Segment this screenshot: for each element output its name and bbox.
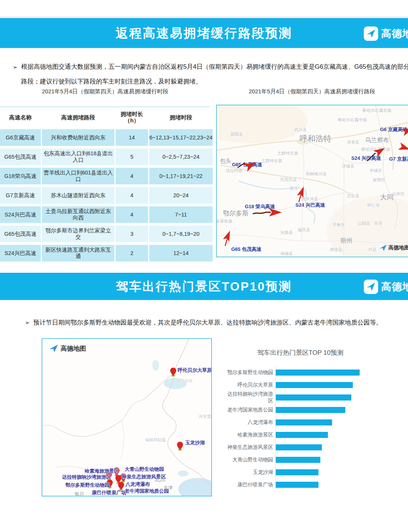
- chart-category-label: 康巴什喷泉广场: [227, 481, 273, 488]
- map-city-label: 银川: [75, 491, 84, 496]
- amap-brand-text: 高德地图: [381, 280, 408, 294]
- top10-bar-chart: 驾车出行热门景区TOP 10预测 鄂尔多斯野生动物园 呼伦贝尔大草原 达拉特旗响…: [227, 348, 407, 491]
- chart-axis-line: [275, 365, 276, 489]
- poi-label: 大青山野生动物园: [125, 466, 164, 473]
- segment: 包东高速出入口到618县道出入口: [42, 148, 114, 165]
- hours: 3: [116, 226, 148, 242]
- amap-plane-icon: [379, 244, 387, 252]
- col-header: 高速名称: [0, 107, 41, 127]
- amap-watermark-text: 高德地图: [388, 244, 408, 251]
- hours: 4: [116, 187, 148, 204]
- table-row: G65包茂高速 鄂尔多斯市边界到兰家梁立交 3 0~1,7~8,19~20: [0, 226, 210, 242]
- segment: 新区快速路互通到大路东互通: [42, 245, 114, 261]
- highway-name: G7京新高速: [0, 187, 41, 204]
- chart-category-label: 玉龙沙湖: [227, 469, 273, 476]
- chart-bar: [276, 419, 332, 425]
- infographic-page: 返程高速易拥堵缓行路段预测 高德地图 ➢ 根据高德地图交通大数据预测，五一期间内…: [0, 0, 408, 532]
- highway-name: G65包茂高速: [0, 226, 41, 242]
- arrow-bullet-icon: ➢: [25, 318, 33, 328]
- amap-map-logo: 高德地图: [49, 344, 86, 353]
- highway-name: G6京藏高速: [0, 129, 41, 146]
- highway-name: G18荣乌高速: [0, 168, 41, 184]
- table-row: S24兴巴高速 新区快速路互通到大路东互通 2 12~14: [0, 245, 210, 261]
- chart-category-label: 神泉生态旅游风景区: [227, 444, 273, 451]
- chart-row: 玉龙沙湖: [227, 466, 407, 478]
- chart-category-label: 鄂尔多斯野生动物园: [227, 369, 273, 376]
- segment: 兴和收费站附近西向东: [42, 129, 114, 146]
- segment: 苏木山隧道附近西向东: [42, 187, 114, 204]
- table-row: S24兴巴高速 土贵乌拉新互通以西附近东向西 4 7~11: [0, 206, 210, 223]
- chart-row: 呼伦贝尔大草原: [227, 379, 407, 391]
- chart-row: 大青山野生动物园: [227, 453, 407, 466]
- segment: 鄂尔多斯市边界到兰家梁立交: [42, 226, 114, 242]
- scenic-spots-map: 高德地图 北京 天津 银川 海拉尔市 锡林郭勒盟 兴安盟 呼伦贝尔大草原 玉龙沙…: [42, 338, 212, 496]
- period: 6~12,13~15,17~22,23~24: [149, 129, 213, 146]
- chart-bar: [276, 394, 351, 401]
- period: 0~1,7~8,19~20: [149, 226, 213, 242]
- table-row: G7京新高速 苏木山隧道附近西向东 4 20~24: [0, 187, 210, 204]
- table-row: G65包茂高速 包东高速出入口到618县道出入口 5 0~2,5~7,23~24: [0, 148, 210, 165]
- chart-title: 驾车出行热门景区TOP 10预测: [227, 348, 374, 357]
- chart-bar: [276, 469, 318, 475]
- col-header: 拥堵时段: [149, 107, 213, 127]
- map-city-label: 海拉尔市: [176, 378, 193, 384]
- col-header: 高速拥堵路段: [42, 107, 114, 127]
- period: 12~14: [149, 245, 213, 261]
- section1-intro-text: 根据高德地图交通大数据预测，五一期间内蒙古自治区返程5月4日（假期第四天）易拥堵…: [21, 59, 408, 89]
- amap-brand-logo: 高德地图: [364, 280, 408, 294]
- amap-brand-text: 高德地图: [381, 27, 408, 40]
- section1-header-band: 返程高速易拥堵缓行路段预测 高德地图: [0, 18, 408, 48]
- map-city-label: 锡林郭勒盟: [145, 437, 166, 443]
- highway-name: S24兴巴高速: [0, 206, 41, 223]
- highway-map-title: 2021年5月4日（假期第四天）高速易拥堵缓行路段: [216, 88, 408, 95]
- table-row: G6京藏高速 兴和收费站附近西向东 14 6~12,13~15,17~22,23…: [0, 129, 210, 146]
- divider-line: [0, 17, 408, 18]
- amap-logo-text: 高德地图: [60, 344, 86, 353]
- amap-plane-icon: [49, 344, 58, 353]
- segment: 曹羊线出入口到601县道出入口: [42, 168, 114, 184]
- section2-intro-text: 预计节日期间鄂尔多斯野生动物园最受欢迎，其次是呼伦贝尔大草原、达拉特旗响沙湾旅游…: [33, 317, 406, 327]
- chart-row: 哈素海旅游景区: [227, 428, 407, 441]
- highway-name: S24兴巴高速: [0, 245, 41, 261]
- poi-label: 鄂尔多斯野生动物园: [65, 482, 110, 489]
- congestion-table: 高速名称 高速拥堵路段 拥堵时长（h） 拥堵时段 G6京藏高速 兴和收费站附近西…: [0, 106, 210, 264]
- period: 0~1,17~19,21~22: [149, 168, 213, 184]
- poi-label: 八龙湾瀑布: [125, 481, 150, 488]
- section2-intro: ➢ 预计节日期间鄂尔多斯野生动物园最受欢迎，其次是呼伦贝尔大草原、达拉特旗响沙湾…: [25, 317, 406, 327]
- map-pin-icon: [170, 368, 176, 377]
- chart-category-label: 八龙湾瀑布: [227, 419, 273, 426]
- highway-congestion-map: 察哈尔右翼后旗 察哈尔右翼中旗 武川县 固阳县 卓资县 察哈尔右翼前旗 土默特左…: [216, 105, 408, 257]
- table-title: 2021年5月4日（假期第四天）高速易拥堵缓行时段: [0, 88, 210, 95]
- hours: 2: [116, 245, 148, 261]
- chart-bar: [276, 407, 345, 413]
- poi-label: 神泉生态旅游风景区: [122, 473, 166, 480]
- amap-watermark: 高德地图: [379, 244, 408, 252]
- chart-category-label: 老牛湾国家地质公园: [227, 407, 273, 413]
- chart-category-label: 大青山野生动物园: [227, 456, 273, 463]
- chart-row: 康巴什喷泉广场: [227, 478, 407, 491]
- map-pin-icon: [177, 442, 183, 451]
- period: 7~11: [149, 206, 213, 223]
- poi-label: 老牛湾国家地质公园: [125, 488, 169, 495]
- arrow-bullet-icon: ➢: [13, 60, 21, 89]
- chart-row: 达拉特旗响沙湾旅游区: [227, 391, 407, 404]
- table-header-row: 高速名称 高速拥堵路段 拥堵时长（h） 拥堵时段: [0, 106, 210, 127]
- amap-plane-icon: [364, 26, 378, 41]
- map-city-label: 兴安盟: [199, 414, 211, 419]
- col-header: 拥堵时长（h）: [116, 107, 148, 127]
- poi-label: 康巴什喷泉广场: [92, 489, 126, 496]
- chart-bar: [276, 457, 320, 463]
- amap-brand-logo: 高德地图: [364, 26, 408, 41]
- section1-title: 返程高速易拥堵缓行路段预测: [0, 19, 408, 47]
- segment: 土贵乌拉新互通以西附近东向西: [42, 206, 114, 223]
- hours: 4: [116, 168, 148, 184]
- section1-intro: ➢ 根据高德地图交通大数据预测，五一期间内蒙古自治区返程5月4日（假期第四天）易…: [13, 59, 408, 89]
- chart-bar: [276, 432, 328, 438]
- period: 0~2,5~7,23~24: [149, 148, 213, 165]
- chart-row: 老牛湾国家地质公园: [227, 404, 407, 416]
- hours: 14: [116, 129, 148, 146]
- chart-row: 八龙湾瀑布: [227, 416, 407, 428]
- hours: 4: [116, 206, 148, 223]
- section2-header-band: 驾车出行热门景区TOP10预测 高德地图: [0, 273, 408, 300]
- chart-category-label: 哈素海旅游景区: [227, 431, 273, 438]
